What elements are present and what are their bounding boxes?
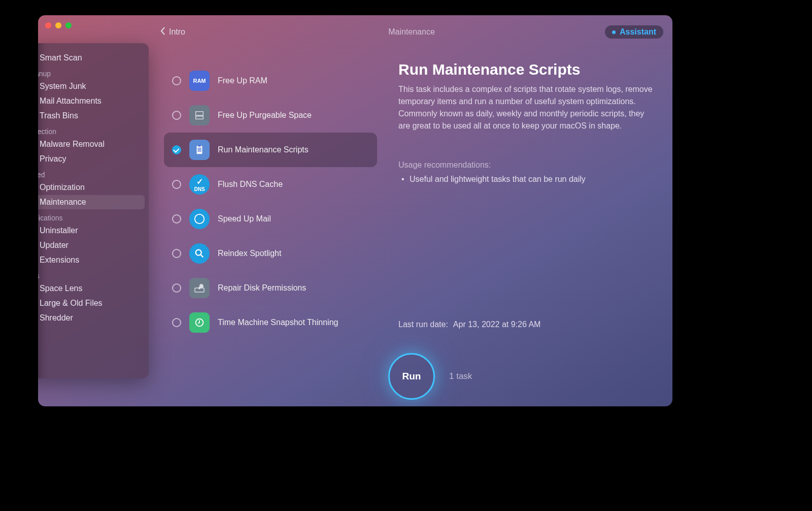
assistant-button[interactable]: Assistant	[605, 25, 663, 39]
sidebar-item-shredder[interactable]: Shredder	[38, 311, 145, 325]
sidebar-item-malware-removal[interactable]: Malware Removal	[38, 137, 145, 151]
top-bar: Intro Maintenance Assistant	[160, 23, 663, 41]
sidebar-item-label: Extensions	[40, 256, 79, 265]
sidebar-item-label: Trash Bins	[40, 111, 78, 120]
task-speed-up-mail[interactable]: Speed Up Mail	[164, 202, 377, 236]
sidebar-item-label: Space Lens	[40, 284, 83, 293]
radio-unchecked-icon[interactable]	[172, 283, 181, 293]
run-button[interactable]: Run	[388, 353, 435, 400]
sidebar-item-label: Optimization	[40, 183, 85, 192]
close-window-button[interactable]	[45, 22, 51, 28]
fullscreen-window-button[interactable]	[65, 22, 72, 28]
radio-unchecked-icon[interactable]	[172, 318, 181, 327]
task-label: Flush DNS Cache	[218, 180, 283, 189]
sidebar-item-space-lens[interactable]: Space Lens	[38, 281, 145, 296]
assistant-label: Assistant	[620, 27, 656, 37]
last-run-row: Last run date: Apr 13, 2022 at 9:26 AM	[398, 320, 540, 329]
detail-pane: Run Maintenance Scripts This task includ…	[398, 61, 656, 184]
task-reindex-spotlight[interactable]: Reindex Spotlight	[164, 236, 377, 271]
sidebar-item-label: Updater	[40, 241, 69, 250]
minimize-window-button[interactable]	[55, 22, 61, 28]
recommendations-list: Useful and lightweight tasks that can be…	[398, 175, 656, 184]
task-label: Time Machine Snapshot Thinning	[218, 318, 338, 327]
task-list: RAM Free Up RAM Free Up Purgeable Space …	[164, 63, 377, 340]
sidebar-section-header: Applications	[38, 210, 145, 223]
svg-rect-27	[198, 145, 201, 147]
mail-speed-icon	[189, 209, 210, 229]
disk-drive-icon	[189, 105, 210, 125]
sidebar-item-updater[interactable]: Updater	[38, 238, 145, 252]
svg-rect-28	[197, 148, 201, 148]
detail-title: Run Maintenance Scripts	[398, 61, 656, 78]
svg-rect-25	[196, 116, 204, 119]
radio-unchecked-icon[interactable]	[172, 76, 181, 85]
sidebar-item-extensions[interactable]: Extensions	[38, 253, 145, 267]
back-button[interactable]: Intro	[160, 26, 185, 38]
detail-description: This task includes a complex of scripts …	[398, 83, 656, 132]
chevron-left-icon	[160, 26, 166, 38]
page-title: Maintenance	[388, 27, 435, 37]
search-icon	[189, 243, 210, 264]
svg-rect-29	[197, 149, 201, 150]
sidebar-item-large-old-files[interactable]: Large & Old Files	[38, 296, 145, 310]
radio-unchecked-icon[interactable]	[172, 111, 181, 120]
task-repair-disk-permissions[interactable]: Repair Disk Permissions	[164, 271, 377, 305]
sidebar-item-trash-bins[interactable]: Trash Bins	[38, 109, 145, 123]
task-run-maintenance-scripts[interactable]: Run Maintenance Scripts	[164, 133, 377, 167]
time-machine-icon	[189, 312, 210, 333]
radio-unchecked-icon[interactable]	[172, 249, 181, 258]
sidebar-item-label: Mail Attachments	[40, 97, 101, 106]
radio-unchecked-icon[interactable]	[172, 214, 181, 223]
last-run-value: Apr 13, 2022 at 9:26 AM	[453, 320, 541, 329]
task-time-machine-thinning[interactable]: Time Machine Snapshot Thinning	[164, 305, 377, 340]
task-flush-dns-cache[interactable]: ✓DNS Flush DNS Cache	[164, 167, 377, 202]
sidebar-item-privacy[interactable]: Privacy	[38, 152, 145, 166]
window-controls	[45, 22, 72, 28]
disk-wrench-icon	[189, 278, 210, 298]
sidebar-item-mail-attachments[interactable]: Mail Attachments	[38, 94, 145, 108]
task-label: Run Maintenance Scripts	[218, 145, 309, 154]
sidebar-item-label: Smart Scan	[40, 53, 82, 62]
svg-rect-30	[197, 151, 201, 151]
run-section: Run 1 task	[388, 353, 472, 400]
sidebar-item-maintenance[interactable]: Maintenance	[38, 195, 145, 209]
sidebar: Smart Scan Cleanup System Junk Mail Atta…	[38, 43, 149, 378]
task-label: Free Up RAM	[218, 76, 267, 85]
task-free-up-ram[interactable]: RAM Free Up RAM	[164, 63, 377, 98]
svg-line-32	[201, 255, 204, 258]
task-label: Free Up Purgeable Space	[218, 111, 312, 120]
task-label: Speed Up Mail	[218, 214, 271, 223]
last-run-label: Last run date:	[398, 320, 448, 329]
sidebar-item-label: Shredder	[40, 313, 73, 323]
sidebar-item-label: Maintenance	[40, 198, 86, 207]
assistant-dot-icon	[612, 30, 616, 34]
radio-checked-icon[interactable]	[172, 145, 181, 154]
sidebar-item-label: Uninstaller	[40, 226, 78, 235]
sidebar-section-header: Files	[38, 268, 145, 281]
sidebar-item-label: Privacy	[40, 154, 66, 164]
sidebar-item-label: Large & Old Files	[40, 299, 103, 308]
svg-point-31	[196, 250, 201, 256]
sidebar-section-header: Cleanup	[38, 66, 145, 79]
sidebar-item-uninstaller[interactable]: Uninstaller	[38, 223, 145, 238]
task-free-up-purgeable-space[interactable]: Free Up Purgeable Space	[164, 98, 377, 133]
dns-icon: ✓DNS	[189, 174, 210, 195]
back-label: Intro	[169, 27, 185, 37]
sidebar-item-optimization[interactable]: Optimization	[38, 180, 145, 195]
ram-icon: RAM	[189, 71, 210, 91]
task-count-label: 1 task	[449, 371, 472, 381]
clipboard-icon	[189, 140, 210, 160]
app-window: Intro Maintenance Assistant Smart Scan C…	[38, 15, 672, 406]
sidebar-item-smart-scan[interactable]: Smart Scan	[38, 51, 145, 65]
svg-rect-24	[196, 112, 204, 115]
radio-unchecked-icon[interactable]	[172, 180, 181, 189]
sidebar-item-label: Malware Removal	[40, 140, 105, 149]
sidebar-section-header: Protection	[38, 123, 145, 137]
recommendation-item: Useful and lightweight tasks that can be…	[398, 175, 656, 184]
run-label: Run	[402, 371, 421, 382]
recommendations-header: Usage recommendations:	[398, 161, 656, 170]
sidebar-item-system-junk[interactable]: System Junk	[38, 79, 145, 93]
task-label: Reindex Spotlight	[218, 249, 281, 258]
task-label: Repair Disk Permissions	[218, 283, 306, 293]
sidebar-item-label: System Junk	[40, 82, 86, 91]
